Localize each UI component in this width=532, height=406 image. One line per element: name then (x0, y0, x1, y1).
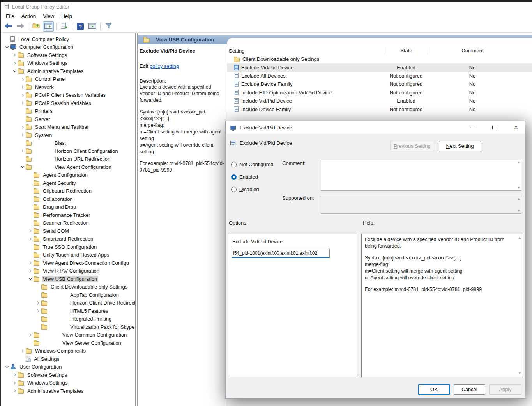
tree-item[interactable]: Windows Settings (1, 59, 135, 67)
tree-item[interactable]: Integrated Printing (1, 315, 135, 323)
tree-item[interactable]: AppTap Configuration (1, 291, 135, 299)
close-button[interactable]: × (507, 121, 525, 134)
chevron-down-icon[interactable] (19, 164, 26, 170)
settings-list-row[interactable]: Include HID Optimization Vid/Pid DeviceN… (227, 89, 532, 97)
tree-item[interactable]: Blast (1, 139, 135, 147)
tree-item[interactable]: Administrative Templates (1, 387, 135, 395)
tree-item[interactable]: Computer Configuration (1, 43, 135, 51)
chevron-right-icon[interactable] (19, 100, 26, 106)
settings-list-row[interactable]: Include Vid/Pid DeviceEnabledNo (227, 97, 532, 105)
tree-item[interactable]: Drag and Drop (1, 203, 135, 211)
tree-item[interactable]: All Settings (1, 355, 135, 363)
tree-item[interactable]: View USB Configuration (1, 275, 135, 283)
column-comment[interactable]: Comment (428, 47, 517, 54)
radio-not-configured[interactable]: Not Configured (231, 161, 273, 167)
radio-selected-icon[interactable] (231, 174, 237, 180)
chevron-right-icon[interactable] (12, 52, 18, 58)
chevron-right-icon[interactable] (19, 348, 26, 354)
chevron-right-icon[interactable] (35, 308, 41, 314)
chevron-right-icon[interactable] (19, 148, 26, 154)
column-state[interactable]: State (385, 47, 428, 54)
forward-button[interactable] (15, 21, 26, 32)
tree-item[interactable]: Smartcard Redirection (1, 235, 135, 243)
tree-item[interactable]: Virtualization Pack for Skype fo (1, 323, 135, 331)
scroll-up-icon[interactable]: ▲ (517, 161, 520, 164)
scroll-down-icon[interactable]: ▼ (518, 371, 521, 375)
chevron-down-icon[interactable] (4, 44, 10, 50)
back-button[interactable] (3, 21, 14, 32)
tree-item[interactable]: PCoIP Session Variables (1, 99, 135, 107)
tree-item[interactable]: True SSO Configuration (1, 243, 135, 251)
tree-item[interactable]: Horizon Client Configuration (1, 147, 135, 155)
chevron-right-icon[interactable] (27, 260, 34, 266)
chevron-right-icon[interactable] (12, 388, 18, 394)
chevron-down-icon[interactable] (12, 68, 18, 74)
tree-item[interactable]: Server (1, 115, 135, 123)
tree-item[interactable]: Agent Security (1, 179, 135, 187)
chevron-right-icon[interactable] (27, 268, 34, 274)
tree-item[interactable]: Scanner Redirection (1, 219, 135, 227)
settings-list-row[interactable]: Exclude All DevicesNot configuredNo (227, 72, 532, 80)
tree-item[interactable]: View Server Configuration (1, 339, 135, 347)
tree-item[interactable]: View Agent Direct-Connection Configu (1, 259, 135, 267)
supported-on-textarea[interactable]: ▲ ▼ (321, 196, 521, 214)
chevron-right-icon[interactable] (12, 380, 18, 386)
chevron-right-icon[interactable] (19, 92, 26, 98)
tree-item[interactable]: System (1, 131, 135, 139)
tree-item[interactable]: Control Panel (1, 75, 135, 83)
up-one-level-button[interactable] (31, 21, 42, 32)
radio-disabled[interactable]: Disabled (231, 186, 259, 192)
menu-help[interactable]: Help (58, 12, 76, 20)
show-action-pane-button[interactable] (87, 21, 98, 32)
previous-setting-button[interactable]: Previous Setting (390, 141, 434, 151)
tree-item[interactable]: Horizon URL Redirection (1, 155, 135, 163)
tree-item[interactable]: Client Downloadable only Settings (1, 283, 135, 291)
chevron-right-icon[interactable] (19, 132, 26, 138)
settings-list-row[interactable]: Client Downloadable only Settings (227, 55, 532, 63)
tree-item[interactable]: Clipboard Redirection (1, 187, 135, 195)
policy-setting-link[interactable]: policy setting (150, 63, 179, 69)
next-setting-button[interactable]: Next Setting (439, 141, 481, 151)
tree-item[interactable]: HTML5 Features (1, 307, 135, 315)
chevron-right-icon[interactable] (27, 228, 34, 234)
chevron-right-icon[interactable] (19, 76, 26, 82)
maximize-button[interactable] (485, 121, 503, 134)
menu-action[interactable]: Action (18, 12, 40, 20)
scroll-up-icon[interactable]: ▲ (517, 197, 520, 200)
filter-button[interactable] (103, 21, 114, 32)
tree-item[interactable]: Local Computer Policy (1, 35, 135, 43)
radio-unselected-icon[interactable] (231, 187, 237, 192)
scroll-down-icon[interactable]: ▼ (517, 186, 520, 190)
chevron-down-icon[interactable] (4, 364, 10, 370)
radio-enabled[interactable]: Enabled (231, 174, 258, 180)
radio-unselected-icon[interactable] (231, 162, 237, 167)
tree-item[interactable]: User Configuration (1, 363, 135, 371)
cancel-button[interactable]: Cancel (454, 384, 485, 395)
tree-item[interactable]: Network (1, 83, 135, 91)
tree-item[interactable]: PCoIP Client Session Variables (1, 91, 135, 99)
settings-list-row[interactable]: Exclude Vid/Pid DeviceEnabledNo (227, 63, 532, 71)
tree-item[interactable]: Unity Touch and Hosted Apps (1, 251, 135, 259)
tree-item[interactable]: Horizon Client Drive Redirectio (1, 299, 135, 307)
scroll-up-icon[interactable]: ▲ (518, 236, 521, 239)
column-setting[interactable]: Setting (227, 48, 385, 54)
tree-item[interactable]: Serial COM (1, 227, 135, 235)
chevron-down-icon[interactable] (27, 276, 34, 282)
tree-item[interactable]: Agent Configuration (1, 171, 135, 179)
tree-item[interactable]: Windows Settings (1, 379, 135, 387)
settings-list-row[interactable]: Include Device FamilyNot configuredNo (227, 105, 532, 113)
tree-item[interactable]: Software Settings (1, 51, 135, 59)
chevron-right-icon[interactable] (27, 236, 34, 242)
tree-item[interactable]: Software Settings (1, 371, 135, 379)
apply-button[interactable]: Apply (489, 384, 521, 395)
tree-item[interactable]: View Common Configuration (1, 331, 135, 339)
chevron-right-icon[interactable] (27, 332, 34, 338)
chevron-right-icon[interactable] (12, 60, 18, 66)
scroll-down-icon[interactable]: ▼ (517, 209, 520, 213)
chevron-right-icon[interactable] (19, 124, 26, 130)
exclude-vidpid-input[interactable]: i54_pid-1001(exintf:00;exintf:01;exintf:… (232, 249, 330, 258)
menu-view[interactable]: View (39, 12, 58, 20)
tree-item[interactable]: Windows Components (1, 347, 135, 355)
tree-item[interactable]: View RTAV Configuration (1, 267, 135, 275)
ok-button[interactable]: OK (418, 384, 450, 395)
